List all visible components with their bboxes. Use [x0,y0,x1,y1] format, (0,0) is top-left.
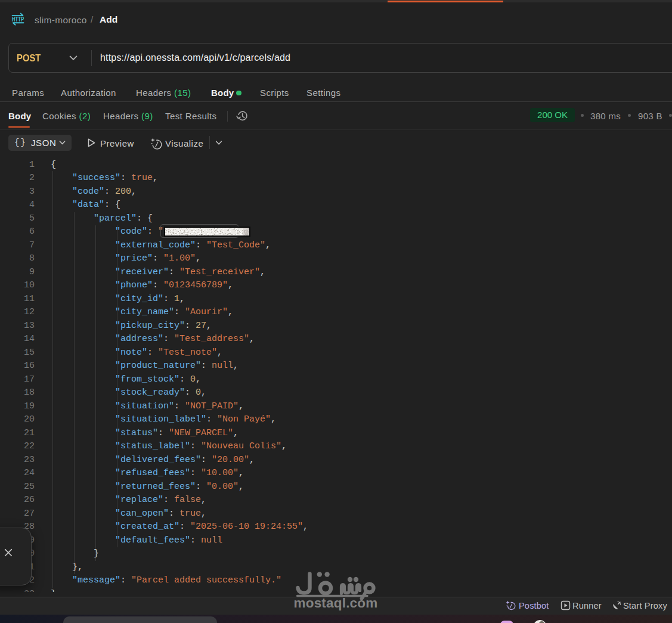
svg-text:HTTP: HTTP [12,16,24,23]
